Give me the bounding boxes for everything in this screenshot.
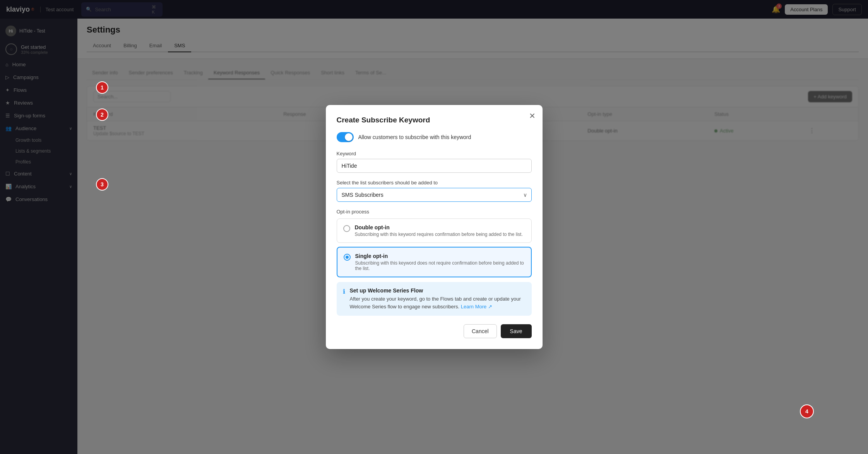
single-optin-title: Single opt-in <box>355 253 525 259</box>
modal-footer: Cancel Save <box>337 324 532 338</box>
modal-overlay: 1 2 3 4 Create Subscribe Keyword ✕ Allow… <box>0 0 868 454</box>
modal-title: Create Subscribe Keyword <box>337 116 532 124</box>
keyword-input[interactable] <box>337 159 532 173</box>
modal-close-button[interactable]: ✕ <box>529 112 536 120</box>
info-icon: ℹ <box>343 288 345 310</box>
optin-label: Opt-in process <box>337 209 532 215</box>
toggle-switch[interactable] <box>337 132 354 142</box>
single-optin-desc: Subscribing with this keyword does not r… <box>355 260 525 271</box>
annotation-3: 3 <box>96 178 108 191</box>
info-desc: After you create your keyword, go to the… <box>350 295 526 310</box>
save-button[interactable]: Save <box>501 324 532 338</box>
list-label: Select the list subscribers should be ad… <box>337 180 532 186</box>
double-optin-desc: Subscribing with this keyword requires c… <box>355 232 523 237</box>
cancel-button[interactable]: Cancel <box>464 324 497 338</box>
single-optin-radio <box>344 254 351 261</box>
keyword-label: Keyword <box>337 151 532 156</box>
optin-section: Opt-in process Double opt-in Subscribing… <box>337 209 532 277</box>
double-optin-option[interactable]: Double opt-in Subscribing with this keyw… <box>337 218 532 243</box>
double-optin-radio <box>343 225 350 232</box>
toggle-label: Allow customers to subscribe with this k… <box>358 134 471 140</box>
info-box: ℹ Set up Welcome Series Flow After you c… <box>337 282 532 316</box>
keyword-field-group: Keyword <box>337 151 532 173</box>
list-select[interactable]: SMS Subscribers HiTide Single Opt-in Lis… <box>337 188 532 202</box>
annotation-4: 4 <box>800 404 814 418</box>
toggle-row: Allow customers to subscribe with this k… <box>337 132 532 142</box>
info-title: Set up Welcome Series Flow <box>350 287 526 294</box>
list-select-wrap: SMS Subscribers HiTide Single Opt-in Lis… <box>337 188 532 202</box>
double-optin-title: Double opt-in <box>355 224 523 230</box>
annotation-2: 2 <box>96 108 108 121</box>
learn-more-link[interactable]: Learn More ↗ <box>461 304 492 310</box>
list-field-group: Select the list subscribers should be ad… <box>337 180 532 202</box>
modal: Create Subscribe Keyword ✕ Allow custome… <box>326 105 543 349</box>
single-optin-option[interactable]: Single opt-in Subscribing with this keyw… <box>337 247 532 277</box>
annotation-1: 1 <box>96 81 108 94</box>
